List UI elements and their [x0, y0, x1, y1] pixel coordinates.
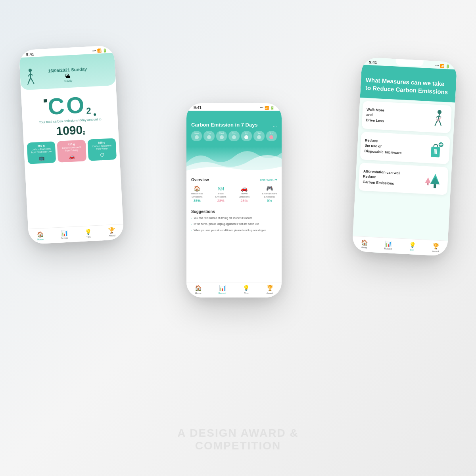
- card-electricity: 297 g Carbon Emissions from Electricity …: [27, 141, 56, 164]
- svg-line-6: [28, 82, 29, 84]
- cards-row: 297 g Carbon Emissions from Electricity …: [23, 135, 120, 167]
- co2-c: C: [47, 93, 65, 119]
- phones-container: 9:41 ▪▪▪ 📶 🔋: [0, 0, 476, 476]
- nav-home-award[interactable]: 🏆 Award: [108, 227, 115, 237]
- signal-icon-r: ▪▪▪: [260, 106, 263, 109]
- nav-tips-record[interactable]: 📊 Record: [384, 240, 392, 250]
- tip-text-trees: Afforestation can wellReduceCarbon Emiss…: [363, 169, 422, 188]
- week-pills: Mon Tue Wed Thu: [191, 131, 277, 141]
- time-record: 9:41: [194, 106, 202, 110]
- phone-tips: 9:41 ▪▪▪ 📶 🔋 What Measures can we take t…: [352, 57, 457, 256]
- card-water: 865 g Carbon Emissions from Water ⏱: [87, 138, 117, 161]
- sug-item-2: › In the home, please unplug appliances …: [191, 222, 277, 226]
- nav-record-home[interactable]: 🏠 Home: [195, 285, 202, 294]
- tip-card-tableware: Reducethe use ofDisposable Tableware: [360, 132, 450, 164]
- nav-record-tips[interactable]: 💡 Tips: [243, 285, 250, 294]
- svg-line-15: [440, 123, 441, 126]
- nav-tips-tips[interactable]: 💡 Tips: [409, 242, 416, 251]
- pill-tue[interactable]: Tue: [203, 131, 214, 141]
- svg-rect-27: [427, 183, 428, 185]
- tip-illustration-tableware: [425, 139, 446, 160]
- svg-point-0: [29, 69, 32, 72]
- overview-header: Overview This Week ▾: [191, 178, 277, 182]
- suggestions-title: Suggestions: [191, 209, 277, 214]
- nav-home-home[interactable]: 🏠 Home: [36, 231, 44, 241]
- battery-icon: 🔋: [102, 48, 107, 52]
- pill-sat[interactable]: Sat: [253, 131, 264, 141]
- time-tips: 9:41: [369, 60, 377, 65]
- food-icon: 🍽: [215, 185, 226, 192]
- pill-sun[interactable]: Sun: [266, 131, 277, 141]
- overview-title: Overview: [191, 178, 209, 182]
- svg-line-10: [436, 116, 438, 117]
- tip-illustration-walk: [427, 108, 448, 129]
- sug-arrow-2: ›: [191, 223, 192, 226]
- walking-figure-home: [25, 68, 36, 85]
- sug-arrow-3: ›: [191, 229, 192, 233]
- sug-arrow-1: ›: [191, 217, 192, 221]
- battery-icon-t: 🔋: [445, 64, 450, 69]
- nav-home-tips[interactable]: 💡 Tips: [84, 228, 92, 238]
- tips-header: What Measures can we take to Reduce Carb…: [360, 65, 457, 102]
- tips-title: What Measures can we take to Reduce Carb…: [365, 76, 451, 96]
- pill-mon[interactable]: Mon: [191, 131, 202, 141]
- driving-icon: 🚗: [60, 154, 84, 160]
- home-header: 16/05/2021 Sunday 🌥 Cloudy: [19, 53, 116, 90]
- svg-point-8: [438, 110, 442, 114]
- co2-o: O: [65, 92, 84, 118]
- water-icon: ⏱: [90, 152, 115, 159]
- wifi-icon-t: 📶: [440, 64, 445, 68]
- phone-home: 9:41 ▪▪▪ 📶 🔋: [19, 45, 124, 244]
- tip-card-walk: Walk MoreandDrive Less: [362, 101, 452, 133]
- wifi-icon: 📶: [97, 48, 102, 53]
- pill-fri[interactable]: Fri: [241, 131, 252, 141]
- travel-icon: 🚗: [239, 185, 250, 192]
- nav-record-record[interactable]: 📊 Record: [219, 285, 226, 294]
- ov-food: 🍽 FoodEmissions 28%: [215, 185, 226, 203]
- phone-record-inner: 9:41 ▪▪▪ 📶 🔋 Carbon Emission in 7 Days ⋯…: [186, 103, 282, 298]
- time-home: 9:41: [26, 52, 35, 57]
- svg-marker-24: [430, 177, 440, 184]
- nav-record-award[interactable]: 🏆 Award: [267, 285, 273, 294]
- wave-chart: [186, 147, 282, 175]
- wifi-icon-r: 📶: [265, 106, 269, 110]
- nav-home-record[interactable]: 📊 Record: [60, 230, 69, 240]
- svg-line-22: [436, 149, 437, 154]
- sug-item-1: › You can ride instead of driving for sh…: [191, 216, 277, 221]
- dot-right: [94, 113, 96, 116]
- sug-item-3: › When you use your air conditioner, ple…: [191, 228, 277, 233]
- award-nav-icon: 🏆: [108, 227, 115, 234]
- status-icons-tips: ▪▪▪ 📶 🔋: [435, 63, 450, 68]
- dot-left: [44, 99, 47, 102]
- svg-line-5: [31, 78, 33, 81]
- record-title-row: Carbon Emission in 7 Days ⋯: [191, 122, 277, 131]
- tips-nav-icon: 💡: [84, 228, 92, 235]
- weather-icon: 🌥: [65, 72, 71, 79]
- residential-icon: 🏠: [191, 185, 203, 192]
- entertainment-icon: 🎮: [262, 185, 277, 192]
- overview-items: 🏠 ResidentialEmissions 35% 🍽 FoodEmissio…: [191, 185, 277, 203]
- electricity-icon: 📺: [29, 155, 54, 162]
- phone-home-inner: 9:41 ▪▪▪ 📶 🔋: [19, 45, 124, 244]
- watermark: A DESIGN AWARD & COMPETITION: [177, 427, 298, 452]
- signal-icon: ▪▪▪: [92, 49, 96, 52]
- overview-section: Overview This Week ▾ 🏠 ResidentialEmissi…: [186, 175, 282, 206]
- ov-travel: 🚗 TravelEmissions 28%: [239, 185, 250, 203]
- status-icons-record: ▪▪▪ 📶 🔋: [260, 106, 274, 110]
- pill-wed[interactable]: Wed: [216, 131, 227, 141]
- nav-tips-award[interactable]: 🏆 Award: [432, 243, 439, 253]
- status-icons-home: ▪▪▪ 📶 🔋: [92, 48, 107, 53]
- record-nav-icon: 📊: [61, 230, 68, 236]
- svg-rect-25: [434, 184, 436, 188]
- ov-residential: 🏠 ResidentialEmissions 35%: [191, 185, 203, 203]
- co2-sub2: 2: [86, 106, 92, 116]
- record-menu-icon[interactable]: ⋯: [273, 124, 277, 129]
- this-week-label[interactable]: This Week ▾: [259, 178, 277, 182]
- ov-entertainment: 🎮 EntertainmentEmissions 9%: [262, 185, 277, 203]
- nav-tips-home[interactable]: 🏠 Home: [361, 239, 368, 249]
- record-title: Carbon Emission in 7 Days: [191, 122, 258, 128]
- pill-thu[interactable]: Thu: [228, 131, 239, 141]
- signal-icon-t: ▪▪▪: [435, 64, 439, 67]
- phone-record: 9:41 ▪▪▪ 📶 🔋 Carbon Emission in 7 Days ⋯…: [186, 103, 282, 298]
- svg-marker-26: [425, 177, 431, 183]
